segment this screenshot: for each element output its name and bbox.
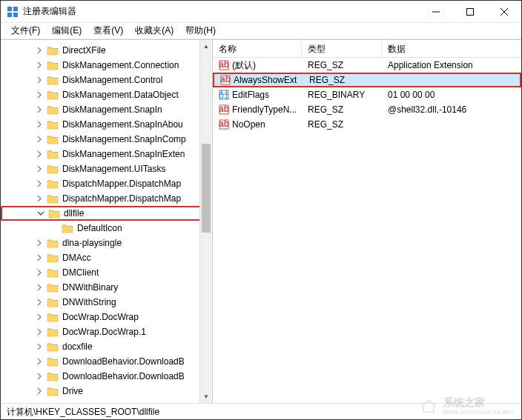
chevron-right-icon[interactable] [35,268,44,277]
chevron-right-icon[interactable] [35,387,44,396]
menu-help[interactable]: 帮助(H) [179,23,222,39]
tree-item[interactable]: Drive [1,384,212,399]
tree-item[interactable]: DocWrap.DocWrap [1,310,212,324]
status-path: 计算机\HKEY_CLASSES_ROOT\dllfile [7,407,159,417]
chevron-right-icon[interactable] [35,46,44,55]
chevron-right-icon[interactable] [35,357,44,366]
reg-string-icon: ab [219,104,229,115]
cell-name: abAlwaysShowExt [214,75,303,85]
list-body: ab(默认)REG_SZApplication ExtensionabAlway… [213,58,521,132]
chevron-right-icon[interactable] [35,164,44,173]
tree-item-label: dlna-playsingle [62,238,122,248]
menu-file[interactable]: 文件(F) [5,23,46,39]
reg-string-icon: ab [219,60,229,70]
maximize-button[interactable] [453,1,487,23]
chevron-right-icon[interactable] [35,253,44,262]
column-name[interactable]: 名称 [213,40,302,57]
tree-item-label: DispatchMapper.DispatchMap [62,193,181,204]
tree-item-label: DownloadBehavior.DownloadB [62,356,185,367]
minimize-button[interactable] [419,1,453,23]
tree-item[interactable]: docxfile [1,339,212,354]
tree-item[interactable]: DispatchMapper.DispatchMap [1,191,212,206]
folder-icon [47,75,59,85]
tree-item-label: DiskManagement.SnapInAbou [62,119,183,130]
menu-view[interactable]: 查看(V) [87,23,129,39]
tree-scrollbar[interactable]: ▲ ▼ [199,40,212,403]
column-type[interactable]: 类型 [302,40,382,57]
tree-scroll[interactable]: DirectXFileDiskManagement.ConnectionDisk… [1,40,212,403]
reg-binary-icon: 01100011 [219,90,229,100]
list-row[interactable]: 01100011EditFlagsREG_BINARY01 00 00 00 [213,87,521,102]
cell-type: REG_SZ [302,60,382,70]
folder-icon [47,179,59,189]
tree-item-label: DiskManagement.SnapInComp [62,134,186,144]
chevron-right-icon[interactable] [35,135,44,144]
chevron-right-icon[interactable] [35,372,44,381]
folder-icon [47,193,59,204]
tree-item[interactable]: DispatchMapper.DispatchMap [1,176,212,191]
tree-item[interactable]: DMClient [1,265,212,280]
cell-type: REG_SZ [303,75,383,85]
tree-item-label: DMAcc [62,253,91,263]
chevron-right-icon[interactable] [35,61,44,70]
tree-item[interactable]: DiskManagement.DataObject [1,87,212,102]
tree-item[interactable]: DiskManagement.SnapInAbou [1,117,212,132]
tree-item[interactable]: DMAcc [1,250,212,265]
tree-item[interactable]: DiskManagement.SnapInComp [1,132,212,147]
chevron-right-icon[interactable] [35,90,44,99]
titlebar: 注册表编辑器 [1,1,521,23]
chevron-right-icon[interactable] [35,313,44,321]
tree-item[interactable]: DNWithBinary [1,280,212,295]
close-button[interactable] [487,1,521,23]
tree-item[interactable]: DownloadBehavior.DownloadB [1,369,212,384]
column-data[interactable]: 数据 [382,40,521,57]
tree-item[interactable]: DownloadBehavior.DownloadB [1,354,212,369]
tree-item[interactable]: DiskManagement.Connection [1,58,212,73]
cell-data: 01 00 00 00 [382,90,521,100]
scroll-thumb[interactable] [202,144,211,233]
scroll-up-icon[interactable]: ▲ [200,40,212,53]
tree-item[interactable]: dlna-playsingle [1,236,212,250]
chevron-right-icon[interactable] [35,298,44,307]
list-row[interactable]: abNoOpenREG_SZ [213,117,521,132]
tree-item-label: DownloadBehavior.DownloadB [62,371,185,381]
menu-favorites[interactable]: 收藏夹(A) [129,23,179,39]
svg-rect-5 [467,8,474,15]
chevron-right-icon[interactable] [35,194,44,203]
tree-item-label: DMClient [62,267,99,278]
chevron-right-icon[interactable] [35,239,44,247]
chevron-right-icon[interactable] [35,76,44,84]
chevron-down-icon[interactable] [36,209,45,218]
chevron-right-icon[interactable] [35,179,44,188]
menu-edit[interactable]: 编辑(E) [46,23,87,39]
tree-item[interactable]: DiskManagement.SnapInExten [1,147,212,161]
folder-icon [47,297,59,307]
chevron-right-icon[interactable] [35,342,44,351]
list-row[interactable]: abFriendlyTypeN...REG_SZ@shell32.dll,-10… [213,102,521,117]
tree-item[interactable]: DiskManagement.SnapIn [1,102,212,117]
tree-item-label: DefaultIcon [77,223,122,233]
tree-item-label: DiskManagement.UITasks [62,164,165,174]
folder-icon [47,371,59,381]
tree-item-label: DiskManagement.SnapIn [62,104,162,115]
svg-text:ab: ab [220,75,231,84]
chevron-right-icon[interactable] [35,105,44,114]
tree-item[interactable]: DefaultIcon [1,221,212,236]
list-row[interactable]: abAlwaysShowExtREG_SZ [213,73,521,87]
chevron-right-icon[interactable] [35,327,44,336]
tree-item[interactable]: DNWithString [1,295,212,310]
chevron-right-icon[interactable] [35,120,44,129]
tree-item[interactable]: DocWrap.DocWrap.1 [1,324,212,339]
tree-item[interactable]: DirectXFile [1,43,212,58]
tree-item[interactable]: DiskManagement.UITasks [1,161,212,176]
list-row[interactable]: ab(默认)REG_SZApplication Extension [213,58,521,73]
scroll-down-icon[interactable]: ▼ [200,390,212,403]
tree-item[interactable]: DiskManagement.Control [1,73,212,87]
chevron-right-icon[interactable] [35,283,44,292]
folder-icon [47,356,59,367]
content-area: DirectXFileDiskManagement.ConnectionDisk… [1,39,521,403]
tree-item-label: docxfile [62,341,93,352]
window-title: 注册表编辑器 [23,5,419,18]
chevron-right-icon[interactable] [35,150,44,159]
tree-item[interactable]: dllfile [1,206,212,221]
